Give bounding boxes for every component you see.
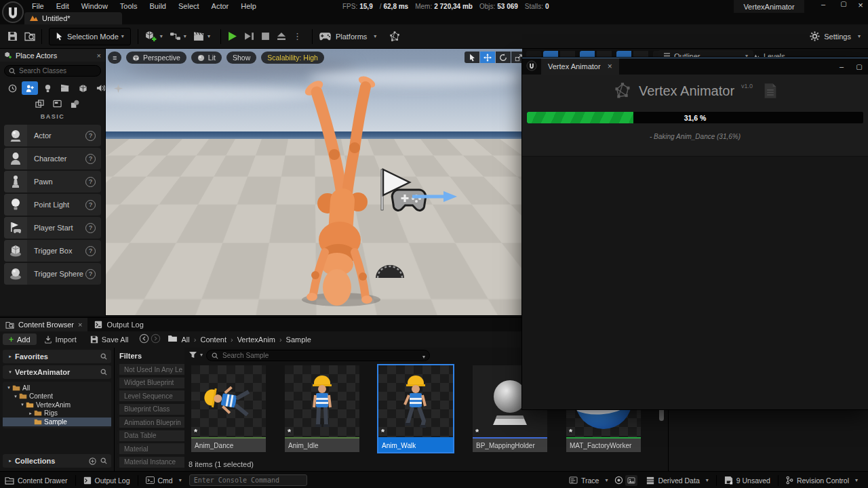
rotate-tool-button[interactable] (496, 52, 511, 63)
help-badge[interactable]: ? (85, 200, 96, 210)
breadcrumb-all[interactable]: All (182, 336, 190, 344)
place-actor-item-trigger-sphere[interactable]: Trigger Sphere ? (4, 263, 101, 285)
shapes-tab[interactable] (66, 97, 83, 110)
asset-anim-dance[interactable]: * Anim_Dance (191, 365, 266, 452)
search-save-chevron-icon[interactable] (420, 352, 425, 360)
unreal-logo-icon[interactable] (1, 1, 24, 25)
browse-content-button[interactable] (21, 28, 39, 45)
settings-button[interactable]: Settings (806, 28, 864, 45)
dome-gizmo[interactable] (374, 254, 406, 280)
help-badge[interactable]: ? (85, 246, 96, 256)
place-actor-item-player-start[interactable]: Player Start ? (4, 217, 101, 239)
help-badge[interactable]: ? (85, 177, 96, 187)
menu-tools[interactable]: Tools (114, 0, 144, 12)
window-maximize-button[interactable]: ▢ (850, 63, 868, 70)
derived-data-button[interactable]: Derived Data (642, 472, 713, 488)
place-actors-close-icon[interactable]: × (97, 52, 101, 60)
sources-header[interactable]: ▾ VertexAnimator (3, 365, 111, 379)
search-icon[interactable] (100, 369, 107, 375)
menu-file[interactable]: File (26, 0, 50, 12)
window-minimize-button[interactable]: – (833, 62, 850, 70)
filter-options-button[interactable] (189, 351, 203, 359)
stop-button[interactable] (258, 28, 273, 45)
trace-button[interactable]: Trace (564, 472, 612, 488)
volumes-tab[interactable] (31, 97, 47, 110)
cinematics-button[interactable] (190, 28, 214, 45)
play-button[interactable] (224, 28, 241, 45)
tree-item-sample[interactable]: Sample (3, 418, 111, 426)
content-browser-tab[interactable]: Content Browser × (0, 318, 87, 331)
favorites-header[interactable]: ▸ Favorites (3, 350, 111, 363)
tree-item-vertexanim[interactable]: ▾ VertexAnim (3, 401, 111, 409)
viewport-options-menu[interactable]: ≡ (108, 52, 121, 64)
skip-button[interactable] (241, 28, 258, 45)
output-log-button[interactable]: Output Log (79, 472, 135, 488)
filter-not-used[interactable]: Not Used In Any Le (117, 364, 189, 375)
add-collection-icon[interactable] (89, 458, 96, 465)
tree-item-rigs[interactable]: ▸ Rigs (3, 409, 111, 418)
show-menu[interactable]: Show (226, 52, 256, 64)
audio-tab[interactable] (92, 81, 108, 95)
menu-build[interactable]: Build (144, 0, 172, 12)
search-icon[interactable] (100, 458, 107, 464)
document-tab[interactable]: Untitled* (24, 12, 122, 24)
perspective-menu[interactable]: Perspective (126, 52, 186, 64)
tree-item-content[interactable]: ▾ Content (3, 392, 111, 401)
output-log-tab[interactable]: Output Log (87, 318, 150, 331)
place-actor-item-pawn[interactable]: Pawn ? (4, 171, 101, 192)
place-actor-item-point-light[interactable]: Point Light ? (4, 194, 101, 216)
menu-window[interactable]: Window (75, 0, 114, 12)
visual-effects-tab[interactable] (110, 81, 126, 95)
breadcrumb-sample[interactable]: Sample (286, 336, 311, 344)
add-button[interactable]: + Add (3, 333, 37, 345)
help-badge[interactable]: ? (85, 269, 96, 279)
place-actor-item-actor[interactable]: Actor ? (4, 125, 101, 146)
save-all-button[interactable]: Save All (84, 336, 135, 344)
filter-data-table[interactable]: Data Table (117, 430, 189, 441)
filter-animation-blueprint[interactable]: Animation Blueprin (117, 417, 189, 428)
menu-help[interactable]: Help (235, 0, 262, 12)
view-mode-menu[interactable]: Lit (191, 52, 222, 64)
vertex-animator-tab[interactable]: Vertex Animator × (541, 58, 619, 75)
place-actors-header[interactable]: Place Actors × (0, 49, 105, 62)
eject-button[interactable] (273, 28, 290, 45)
revision-control-button[interactable]: Revision Control (781, 472, 863, 488)
help-badge[interactable]: ? (85, 154, 96, 164)
cinematic-tab[interactable] (57, 81, 73, 95)
scalability-badge[interactable]: Scalability: High (261, 52, 324, 64)
close-button[interactable]: × (853, 0, 868, 12)
document-icon[interactable] (764, 83, 777, 99)
filter-level-sequence[interactable]: Level Sequence (117, 390, 189, 401)
tab-close-icon[interactable]: × (608, 62, 612, 71)
unsaved-button[interactable]: 9 Unsaved (719, 472, 775, 488)
help-badge[interactable]: ? (85, 131, 96, 141)
filter-blueprint-class[interactable]: Blueprint Class (117, 404, 189, 415)
filter-material[interactable]: Material (117, 443, 189, 454)
asset-anim-walk[interactable]: * Anim_Walk (378, 365, 453, 452)
filter-widget-blueprint[interactable]: Widget Blueprint (117, 378, 189, 388)
editor-mode-select[interactable]: Selection Mode (49, 28, 131, 45)
tab-close-icon[interactable]: × (78, 321, 82, 329)
maximize-button[interactable]: ▢ (835, 0, 852, 12)
menu-edit[interactable]: Edit (50, 0, 75, 12)
player-start-gizmo[interactable] (373, 165, 461, 221)
search-assets-input[interactable] (206, 350, 430, 361)
search-classes-input[interactable] (4, 65, 101, 77)
breadcrumb-vertexanim[interactable]: VertexAnim (237, 336, 275, 344)
tree-item-all[interactable]: ▾ All (3, 384, 111, 392)
select-tool-button[interactable] (465, 52, 479, 63)
breadcrumb-content[interactable]: Content (200, 336, 226, 344)
asset-anim-idle[interactable]: * Anim_Idle (285, 365, 359, 452)
menu-select[interactable]: Select (172, 0, 205, 12)
basic-classes-tab[interactable] (22, 81, 38, 95)
back-button[interactable] (139, 333, 149, 345)
minimize-button[interactable]: – (815, 0, 831, 12)
play-options-menu[interactable]: ⋮ (290, 28, 305, 45)
save-level-button[interactable] (4, 28, 21, 45)
cmd-selector[interactable]: Cmd (141, 472, 186, 488)
filter-material-instance[interactable]: Material Instance (117, 457, 189, 468)
scale-tool-button[interactable] (511, 52, 522, 63)
import-button[interactable]: Import (38, 336, 83, 344)
console-command-input[interactable] (189, 474, 307, 486)
viewport[interactable]: Z X ≡ Perspective Lit Show Scalability: … (105, 49, 522, 315)
